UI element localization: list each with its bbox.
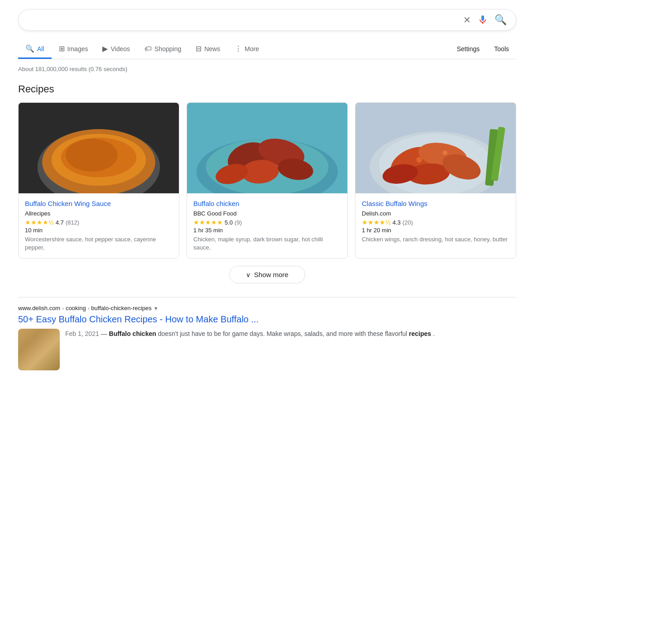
recipe-image-1 xyxy=(19,103,179,193)
svg-point-0 xyxy=(482,16,484,18)
tab-tools[interactable]: Tools xyxy=(487,41,516,58)
chevron-down-icon: ∨ xyxy=(246,271,250,278)
more-icon: ⋮ xyxy=(235,44,242,53)
divider xyxy=(18,297,516,297)
tab-shopping[interactable]: 🏷 Shopping xyxy=(137,40,188,59)
breadcrumb-arrow-icon: › xyxy=(62,306,64,311)
recipe-card-1-body: Buffalo Chicken Wing Sauce Allrecipes ★★… xyxy=(19,193,179,258)
rating-count-3: (20) xyxy=(403,219,413,226)
recipe-card-3[interactable]: Classic Buffalo Wings Delish.com ★★★★½ 4… xyxy=(355,102,516,259)
images-icon: ⊞ xyxy=(59,44,65,53)
close-icon: ✕ xyxy=(463,14,471,25)
recipe-card-2-body: Buffalo chicken BBC Good Food ★★★★★ 5.0 … xyxy=(187,193,347,258)
web-result-title-1[interactable]: 50+ Easy Buffalo Chicken Recipes - How t… xyxy=(18,313,516,325)
show-more-container: ∨ Show more xyxy=(18,266,516,283)
result-thumbnail-1 xyxy=(18,329,60,370)
search-icon: 🔍 xyxy=(494,14,507,26)
svg-point-6 xyxy=(66,139,118,172)
rating-count-2: (9) xyxy=(235,219,242,226)
em-dash: — xyxy=(101,330,109,337)
recipe-name-2: Buffalo chicken xyxy=(193,199,341,208)
search-input[interactable]: buffalo chicken recipe xyxy=(28,15,463,25)
recipe-rating-2: ★★★★★ 5.0 (9) xyxy=(193,219,341,226)
tab-all[interactable]: 🔍 All xyxy=(18,40,52,59)
tab-images[interactable]: ⊞ Images xyxy=(52,40,96,59)
recipe-image-2 xyxy=(187,103,347,193)
tab-settings[interactable]: Settings xyxy=(450,41,487,58)
recipe-card-2[interactable]: Buffalo chicken BBC Good Food ★★★★★ 5.0 … xyxy=(187,102,348,259)
web-result-1: www.delish.com › cooking › buffalo-chick… xyxy=(18,305,516,370)
recipe-rating-3: ★★★★½ 4.3 (20) xyxy=(362,219,509,226)
all-icon: 🔍 xyxy=(25,44,34,53)
rating-value-3: 4.3 xyxy=(393,219,401,226)
recipe-source-2: BBC Good Food xyxy=(193,210,341,217)
tab-all-label: All xyxy=(37,45,44,53)
recipe-ingredients-1: Worcestershire sauce, hot pepper sauce, … xyxy=(25,235,173,252)
breadcrumb-path2: buffalo-chicken-recipes xyxy=(91,305,151,311)
voice-search-button[interactable] xyxy=(477,14,488,25)
tab-news[interactable]: ⊟ News xyxy=(188,40,227,59)
result-snippet-1: Feb 1, 2021 — Buffalo chicken doesn't ju… xyxy=(65,329,435,339)
tab-images-label: Images xyxy=(67,45,88,53)
results-count: About 181,000,000 results (0.76 seconds) xyxy=(18,66,516,72)
snippet-period: . xyxy=(433,330,435,337)
recipe-image-3 xyxy=(355,103,516,193)
tab-more-label: More xyxy=(245,45,259,53)
snippet-bold-1: Buffalo chicken xyxy=(109,330,156,337)
recipe-rating-1: ★★★★½ 4.7 (812) xyxy=(25,219,173,226)
svg-point-25 xyxy=(416,157,422,163)
recipe-cards: Buffalo Chicken Wing Sauce Allrecipes ★★… xyxy=(18,102,516,259)
recipe-time-1: 10 min xyxy=(25,227,173,234)
stars-2: ★★★★★ xyxy=(193,219,223,226)
breadcrumb: www.delish.com › cooking › buffalo-chick… xyxy=(18,305,516,311)
breadcrumb-dropdown-icon[interactable]: ▼ xyxy=(154,306,158,311)
search-button[interactable]: 🔍 xyxy=(494,14,507,26)
recipe-source-1: Allrecipes xyxy=(25,210,173,217)
news-icon: ⊟ xyxy=(196,44,202,53)
result-date: Feb 1, 2021 xyxy=(65,330,99,337)
recipe-card-3-body: Classic Buffalo Wings Delish.com ★★★★½ 4… xyxy=(355,193,516,250)
clear-button[interactable]: ✕ xyxy=(463,14,471,25)
mic-icon xyxy=(477,14,488,25)
show-more-button[interactable]: ∨ Show more xyxy=(229,266,305,283)
breadcrumb-path1: cooking xyxy=(66,305,86,311)
stars-1: ★★★★½ xyxy=(25,219,54,226)
nav-settings: Settings Tools xyxy=(450,41,516,58)
tab-settings-label: Settings xyxy=(457,45,480,53)
shopping-icon: 🏷 xyxy=(144,45,152,53)
recipes-title: Recipes xyxy=(18,83,654,95)
show-more-label: Show more xyxy=(254,271,288,278)
snippet-text-1: doesn't just have to be for game days. M… xyxy=(158,330,409,337)
recipe-name-3: Classic Buffalo Wings xyxy=(362,199,509,208)
recipe-name-1: Buffalo Chicken Wing Sauce xyxy=(25,199,173,208)
stars-3: ★★★★½ xyxy=(362,219,391,226)
web-result-body-1: Feb 1, 2021 — Buffalo chicken doesn't ju… xyxy=(18,329,516,370)
tab-videos[interactable]: ▶ Videos xyxy=(95,40,137,59)
search-bar: buffalo chicken recipe ✕ 🔍 xyxy=(18,9,516,31)
svg-point-26 xyxy=(443,150,447,155)
recipes-section: Recipes Buffalo Chicken Wing Sauce Allre… xyxy=(18,83,654,283)
tab-tools-label: Tools xyxy=(494,45,509,53)
tab-shopping-label: Shopping xyxy=(154,45,181,53)
rating-value-1: 4.7 xyxy=(56,219,64,226)
recipe-ingredients-2: Chicken, maple syrup, dark brown sugar, … xyxy=(193,235,341,252)
recipe-source-3: Delish.com xyxy=(362,210,509,217)
breadcrumb-arrow-icon-2: › xyxy=(88,306,90,311)
tab-more[interactable]: ⋮ More xyxy=(227,40,266,59)
tab-videos-label: Videos xyxy=(110,45,130,53)
recipe-time-2: 1 hr 35 min xyxy=(193,227,341,234)
recipe-ingredients-3: Chicken wings, ranch dressing, hot sauce… xyxy=(362,235,509,244)
rating-value-2: 5.0 xyxy=(225,219,233,226)
rating-count-1: (812) xyxy=(66,219,79,226)
tab-news-label: News xyxy=(204,45,220,53)
nav-tabs: 🔍 All ⊞ Images ▶ Videos 🏷 Shopping ⊟ New… xyxy=(18,40,516,59)
breadcrumb-domain: www.delish.com xyxy=(18,305,60,311)
videos-icon: ▶ xyxy=(102,44,108,53)
recipe-card-1[interactable]: Buffalo Chicken Wing Sauce Allrecipes ★★… xyxy=(18,102,179,259)
recipe-time-3: 1 hr 20 min xyxy=(362,227,509,234)
search-icons: ✕ 🔍 xyxy=(463,14,507,26)
snippet-bold-2: recipes xyxy=(409,330,431,337)
